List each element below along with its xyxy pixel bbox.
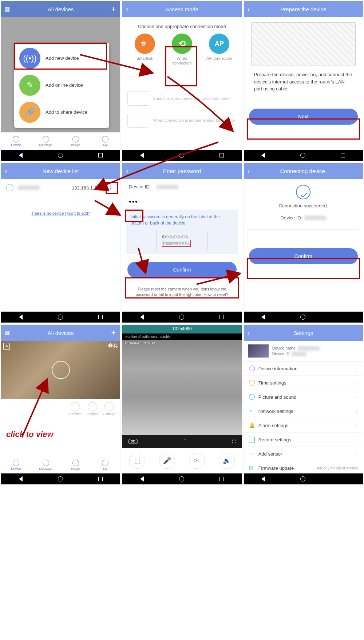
hint-wired: Wired connection is recommended for outd… — [122, 109, 241, 131]
tab-my[interactable]: My — [90, 133, 120, 150]
back-icon[interactable] — [19, 153, 23, 158]
add-icon[interactable]: + — [111, 4, 116, 14]
recent-icon[interactable] — [219, 477, 224, 481]
camera-preview[interactable]: ✎ �共 — [1, 341, 120, 399]
record-button[interactable]: ⬚ — [129, 453, 145, 469]
back-icon[interactable] — [140, 153, 144, 158]
settings-device-info[interactable]: Device information› — [244, 362, 363, 376]
recent-icon[interactable] — [98, 315, 103, 319]
back-icon[interactable] — [261, 476, 265, 481]
link-icon: 🔗 — [19, 102, 40, 123]
tab-device[interactable]: Device — [1, 133, 31, 150]
back-icon[interactable]: ‹ — [248, 5, 250, 13]
content: ✎ �共 Defense Playbac Settings click to v… — [1, 341, 120, 456]
android-navbar — [1, 473, 120, 484]
no-device-link[interactable]: There is no device I want to add? — [1, 196, 120, 215]
back-icon[interactable] — [19, 476, 23, 481]
add-share-device-item[interactable]: 🔗 Add to share device — [14, 99, 109, 126]
back-icon[interactable]: ‹ — [248, 167, 250, 175]
settings-record[interactable]: Record settings› — [244, 433, 363, 447]
settings-add-sensor[interactable]: ↔Add sensor› — [244, 447, 363, 461]
ptz-icon[interactable]: ⌒ — [183, 439, 187, 444]
home-icon[interactable] — [58, 476, 63, 481]
quality-badge[interactable]: SD — [128, 439, 138, 444]
password-input[interactable]: ••• — [122, 195, 241, 210]
recent-icon[interactable] — [98, 477, 103, 481]
mic-button[interactable]: 🎤 — [159, 453, 175, 469]
gear-icon — [104, 402, 114, 411]
settings-network[interactable]: ᯤNetwork settings› — [244, 404, 363, 418]
home-icon[interactable] — [300, 476, 305, 481]
page-title: Connecting device. — [280, 168, 327, 174]
qr-icon[interactable]: ▦ — [5, 6, 10, 12]
back-icon[interactable] — [140, 315, 144, 320]
back-icon[interactable]: ‹ — [248, 329, 250, 337]
update-icon: ⊞ — [249, 465, 255, 471]
header: ‹ Connecting device. — [244, 163, 363, 179]
highlight-box — [106, 182, 118, 194]
recent-icon[interactable] — [341, 315, 345, 319]
content: Device name: Device ID: Device informati… — [244, 341, 363, 473]
home-icon[interactable] — [58, 153, 63, 158]
recent-icon[interactable] — [219, 153, 224, 157]
home-icon[interactable] — [179, 153, 184, 158]
screen-new-device-list: ‹ New device list 192.168.1.229 + There … — [1, 163, 120, 323]
home-icon[interactable] — [300, 315, 305, 320]
share-icon[interactable]: �共 — [108, 343, 118, 350]
home-icon[interactable] — [300, 153, 305, 158]
back-icon[interactable]: ‹ — [126, 167, 128, 175]
back-icon[interactable] — [19, 315, 23, 320]
tab-device[interactable]: Device — [1, 456, 31, 473]
recent-icon[interactable] — [98, 153, 103, 157]
recent-icon[interactable] — [341, 477, 345, 481]
page-title: New device list — [43, 168, 79, 174]
recent-icon[interactable] — [341, 153, 345, 157]
edit-icon[interactable]: ✎ — [3, 343, 10, 350]
android-navbar — [244, 312, 363, 323]
settings-time[interactable]: Time settings› — [244, 376, 363, 390]
defense-button[interactable]: Defense — [69, 402, 82, 416]
wifi-icon: ᯤ — [249, 408, 255, 414]
video-view[interactable]: 2018-09-20 15:32:26 — [122, 340, 241, 435]
chevron-right-icon: › — [356, 437, 358, 442]
add-online-device-item[interactable]: ✎ Add online device — [14, 72, 109, 99]
device-name-card[interactable] — [248, 229, 359, 243]
add-icon[interactable]: + — [111, 328, 116, 337]
tab-my[interactable]: My — [90, 456, 120, 473]
back-icon[interactable] — [261, 153, 265, 158]
tab-message[interactable]: Message — [31, 456, 61, 473]
settings-button[interactable]: Settings — [103, 402, 115, 416]
screen-connecting-device: ‹ Connecting device. Connection succeede… — [244, 163, 363, 323]
playback-button[interactable]: Playbac — [87, 402, 98, 416]
audience-count: Number of audience:1 — [125, 335, 158, 339]
ap-option[interactable]: AP AP connection — [205, 34, 234, 66]
tab-image[interactable]: Image — [61, 133, 91, 150]
confirm-button[interactable]: Confirm — [127, 262, 236, 278]
playback-controls: ⬚ 🎤 ✂ 🔈 — [122, 448, 241, 473]
device-row[interactable]: 192.168.1.229 + — [1, 179, 120, 196]
qr-icon[interactable]: ▦ — [5, 329, 10, 336]
back-icon[interactable]: ‹ — [5, 167, 7, 175]
message-icon — [43, 460, 49, 466]
smartlink-option[interactable]: ᯤ Smartlink — [130, 34, 159, 66]
bell-icon: 🔔 — [249, 422, 255, 428]
tab-image[interactable]: Image — [61, 456, 91, 473]
device-name-blurred — [18, 186, 40, 190]
home-icon[interactable] — [58, 315, 63, 320]
settings-firmware[interactable]: ⊞Firmware updateAlready the latest versi… — [244, 461, 363, 473]
tab-message[interactable]: Message — [31, 133, 61, 150]
settings-picture-sound[interactable]: Picture and sound› — [244, 390, 363, 404]
playback-icon — [88, 402, 97, 411]
snapshot-button[interactable]: ✂ — [189, 453, 205, 469]
speaker-button[interactable]: 🔈 — [219, 453, 235, 469]
home-icon[interactable] — [179, 315, 184, 320]
home-icon[interactable] — [179, 476, 184, 481]
page-title: Settings — [293, 330, 313, 336]
recent-icon[interactable] — [219, 315, 224, 319]
back-icon[interactable] — [140, 476, 144, 481]
back-icon[interactable] — [261, 315, 265, 320]
settings-alarm[interactable]: 🔔Alarm settings› — [244, 418, 363, 433]
header: ‹ Settings — [244, 325, 363, 341]
fullscreen-icon[interactable]: ⛶ — [232, 439, 236, 444]
back-icon[interactable]: ‹ — [126, 5, 128, 13]
